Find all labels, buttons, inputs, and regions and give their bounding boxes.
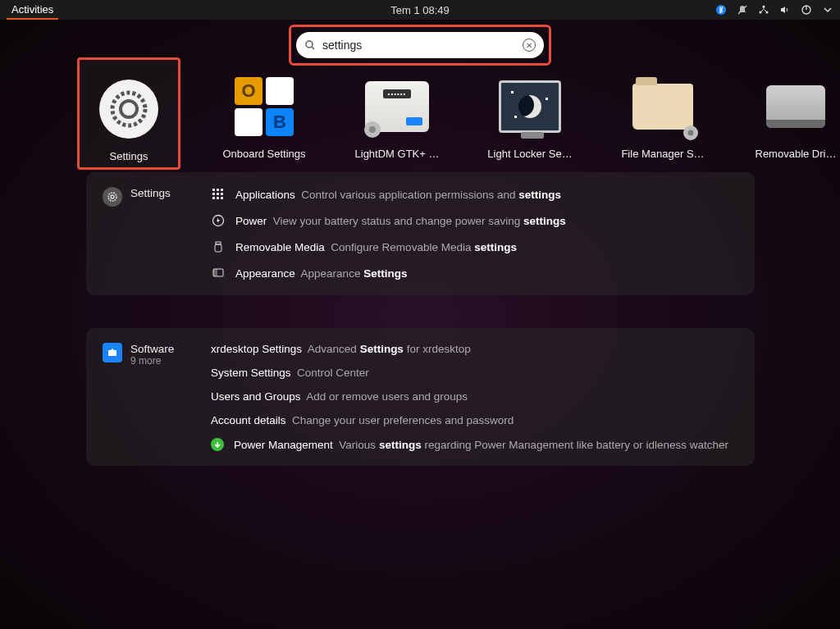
volume-icon (779, 4, 791, 16)
app-removable-drives[interactable]: Removable Dri… (746, 74, 840, 170)
svg-point-15 (108, 193, 116, 201)
row-desc: Advanced (308, 343, 360, 355)
drive-icon (766, 85, 825, 128)
svg-rect-17 (212, 189, 215, 191)
gear-icon (681, 123, 701, 143)
appearance-icon (211, 266, 226, 280)
search-icon (304, 39, 316, 51)
row-match: Settings (363, 267, 407, 280)
settings-row-appearance[interactable]: Appearance Appearance Settings (211, 266, 738, 280)
section-title: Software (130, 343, 174, 355)
row-title: Appearance (235, 267, 295, 280)
svg-point-14 (688, 130, 694, 136)
app-results: Settings OB Onboard Settings •••••• Ligh… (82, 74, 840, 170)
activities-button[interactable]: Activities (7, 1, 58, 20)
row-title: Account details (211, 414, 286, 426)
svg-rect-31 (108, 350, 116, 356)
clock[interactable]: Tem 1 08:49 (390, 4, 450, 16)
row-match: settings (523, 215, 566, 227)
settings-row-applications[interactable]: Applications Control various application… (211, 187, 738, 202)
app-onboard-settings[interactable]: OB Onboard Settings (215, 74, 313, 170)
row-title: System Settings (211, 367, 291, 379)
software-icon (103, 343, 122, 362)
row-desc: Change your user preferences and passwor… (292, 414, 514, 426)
svg-rect-21 (217, 193, 219, 195)
network-icon (758, 4, 769, 16)
svg-rect-22 (221, 193, 223, 195)
top-bar: Activities Tem 1 08:49 (0, 0, 840, 20)
row-match: settings (518, 189, 561, 201)
gear-icon (361, 118, 384, 141)
row-title: Power Management (234, 439, 333, 451)
svg-point-10 (121, 101, 137, 117)
section-title: Settings (130, 187, 171, 199)
app-light-locker[interactable]: Light Locker Se… (481, 74, 579, 170)
chevron-down-icon (822, 4, 833, 16)
grid-icon (211, 187, 226, 202)
gear-icon (103, 187, 122, 207)
svg-point-16 (111, 195, 114, 198)
app-label: File Manager S… (614, 148, 712, 160)
row-title: Power (235, 215, 267, 227)
software-row-xrdesktop[interactable]: xrdesktop Settings Advanced Settings for… (211, 343, 738, 355)
row-match: settings (379, 439, 422, 451)
gear-icon (99, 80, 158, 139)
row-title: Users and Groups (211, 390, 301, 403)
software-row-account-details[interactable]: Account details Change your user prefere… (211, 414, 738, 426)
app-label: Settings (80, 150, 178, 162)
row-desc: Control various application permissions … (301, 189, 518, 201)
row-desc: Various (339, 439, 379, 451)
row-desc: Control Center (297, 367, 369, 379)
software-row-users-groups[interactable]: Users and Groups Add or remove users and… (211, 390, 738, 403)
row-title: Removable Media (235, 241, 325, 253)
row-desc: Add or remove users and groups (306, 390, 468, 403)
settings-results-panel: Settings Applications Control various ap… (86, 172, 755, 295)
screensaver-icon (499, 80, 561, 133)
row-desc: Configure Removable Media (331, 241, 474, 253)
svg-point-9 (112, 93, 145, 125)
svg-line-8 (312, 47, 314, 49)
svg-rect-19 (221, 189, 223, 191)
software-results-panel: Software 9 more xrdesktop Settings Advan… (86, 328, 755, 466)
svg-point-12 (369, 126, 376, 133)
power-icon (801, 4, 812, 16)
svg-rect-20 (212, 193, 215, 195)
usb-icon (211, 239, 226, 254)
row-desc: for xrdesktop (404, 343, 471, 355)
svg-rect-24 (217, 197, 219, 199)
power-icon (211, 213, 226, 228)
app-lightdm-gtk[interactable]: •••••• LightDM GTK+ … (348, 74, 446, 170)
section-subtitle[interactable]: 9 more (130, 355, 174, 367)
app-label: Removable Dri… (746, 148, 840, 160)
search-input[interactable] (322, 39, 516, 52)
row-match: settings (474, 241, 517, 253)
bluetooth-icon (715, 4, 727, 16)
app-settings[interactable]: Settings (77, 57, 180, 170)
settings-row-removable-media[interactable]: Removable Media Configure Removable Medi… (211, 239, 738, 254)
software-row-power-management[interactable]: Power Management Various settings regard… (211, 438, 738, 451)
settings-row-power[interactable]: Power View your battery status and chang… (211, 213, 738, 228)
svg-rect-30 (213, 269, 217, 276)
search-field[interactable]: ✕ (296, 32, 544, 58)
row-desc: View your battery status and change powe… (273, 215, 523, 227)
software-row-system-settings[interactable]: System Settings Control Center (211, 367, 738, 379)
app-file-manager-settings[interactable]: File Manager S… (614, 74, 712, 170)
row-title: Applications (235, 189, 295, 201)
row-desc: Appearance (301, 267, 364, 280)
row-desc: regarding Power Management like battery … (422, 439, 728, 451)
search-highlight: ✕ (289, 25, 551, 66)
onboard-icon: OB (235, 77, 294, 136)
row-match: Settings (360, 343, 404, 355)
app-label: Light Locker Se… (481, 148, 579, 160)
clear-search-icon[interactable]: ✕ (523, 39, 536, 52)
svg-rect-23 (212, 197, 215, 199)
notifications-muted-icon (737, 4, 748, 16)
svg-rect-28 (215, 244, 221, 252)
app-label: Onboard Settings (215, 148, 313, 160)
installed-icon (211, 438, 224, 451)
svg-rect-25 (221, 197, 223, 199)
system-tray[interactable] (715, 4, 833, 16)
app-label: LightDM GTK+ … (348, 148, 446, 160)
svg-rect-18 (217, 189, 219, 191)
row-title: xrdesktop Settings (211, 343, 302, 355)
